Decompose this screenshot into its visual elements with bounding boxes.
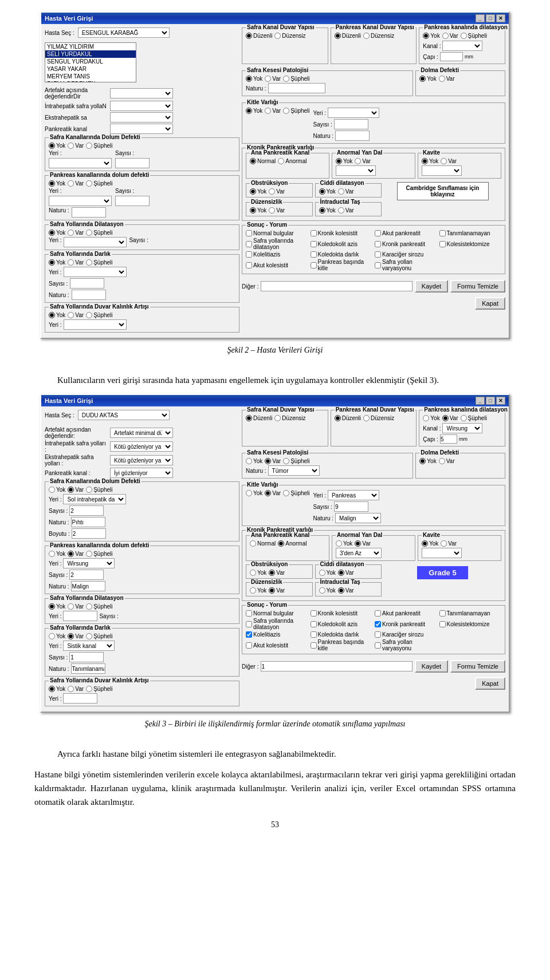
patient-item[interactable]: MERYEM TANIS bbox=[45, 73, 136, 80]
dolum-naturu-input2[interactable] bbox=[71, 517, 105, 527]
cambridge-button[interactable]: Cambridge Sınıflaması için tıklayınız bbox=[397, 182, 489, 200]
artefakt-select2[interactable]: Artefakt minimal düzeyde bbox=[110, 428, 173, 438]
normal-bulgular[interactable]: Normal bulgular bbox=[246, 230, 308, 236]
tanimlanamayin2[interactable]: Tanımlanamayan bbox=[439, 610, 502, 617]
dolum-boyutu-input2[interactable] bbox=[72, 528, 106, 539]
supheli-radio[interactable]: Şüpheli bbox=[86, 259, 112, 266]
kapat-button2[interactable]: Kapat bbox=[475, 677, 505, 690]
kavite-select2[interactable] bbox=[422, 548, 462, 558]
kaydet-button[interactable]: Kaydet bbox=[415, 280, 448, 293]
dolum-sayisi-input2[interactable] bbox=[69, 505, 104, 516]
kitle-naturu-select2[interactable]: Malign bbox=[335, 513, 381, 523]
supheli-radio[interactable]: Şüpheli bbox=[86, 312, 112, 318]
patient-item[interactable]: YILMAZ YILDIRIM bbox=[45, 43, 136, 50]
kolelitiazis-cb2[interactable]: Kolelitiazis bbox=[246, 631, 308, 638]
kolesistektomize2[interactable]: Kolesistektomize bbox=[439, 618, 502, 630]
kapat-button[interactable]: Kapat bbox=[475, 297, 505, 310]
karaciger-sirozu[interactable]: Karaciğer sirozu bbox=[375, 251, 437, 258]
diger-input[interactable] bbox=[261, 281, 412, 291]
kitle-yeri-select[interactable] bbox=[328, 108, 379, 118]
anormal-select2[interactable]: 3'den Az bbox=[336, 548, 382, 558]
formu-temizle-button2[interactable]: Formu Temizle bbox=[450, 660, 505, 673]
kitle-naturu-input[interactable] bbox=[335, 131, 370, 141]
akut-kolesistit[interactable]: Akut kolesistit bbox=[246, 259, 308, 271]
akut-kolesistit2[interactable]: Akut kolesistit bbox=[246, 639, 308, 651]
kanal-select2[interactable]: Wirsung bbox=[442, 423, 482, 433]
darlik-sayisi-input[interactable] bbox=[70, 278, 104, 289]
var-radio[interactable]: Var bbox=[68, 180, 84, 187]
darlik-yeri-select2[interactable]: Sistik kanal bbox=[63, 641, 115, 651]
pankreas-kitle2[interactable]: Pankreas başında kitle bbox=[311, 639, 373, 651]
akut-pankreatit2[interactable]: Akut pankreatit bbox=[375, 610, 437, 617]
koledoko[interactable]: Koledokolit azis bbox=[311, 238, 373, 250]
safra-dil-cb2[interactable]: Safra yollarında dilatasyon bbox=[246, 618, 308, 630]
pankreas-yeri-select[interactable] bbox=[49, 196, 112, 206]
dil-yeri-input2[interactable] bbox=[63, 611, 97, 621]
artefakt-select[interactable] bbox=[110, 88, 173, 98]
yok-radio[interactable]: Yok bbox=[49, 143, 65, 149]
naturu-input[interactable] bbox=[268, 83, 325, 93]
close-button[interactable]: ✕ bbox=[496, 14, 505, 22]
darlik-naturu-input2[interactable] bbox=[71, 663, 105, 674]
minimize-btn2[interactable]: _ bbox=[476, 397, 485, 405]
koledokta-darlik2[interactable]: Koledokta darlık bbox=[311, 631, 373, 638]
patient-item[interactable]: FATMA DEDEMEN bbox=[45, 80, 136, 82]
yok-radio[interactable]: Yok bbox=[49, 312, 65, 318]
supheli-radio[interactable]: Şüpheli bbox=[86, 180, 112, 187]
intra-select2[interactable]: Kötü gözleniyor ya da izlenmiyor bbox=[110, 441, 173, 452]
pankreas-sayisi-input[interactable] bbox=[115, 196, 150, 206]
var-radio[interactable]: Var bbox=[68, 312, 84, 318]
patient-item-selected[interactable]: SELİ YURDAKUL bbox=[45, 50, 136, 58]
pankreas-select[interactable] bbox=[110, 124, 173, 134]
pankreas-select2[interactable]: İyi gözleniyor bbox=[110, 468, 173, 478]
kitle-sayisi-input2[interactable] bbox=[334, 501, 368, 512]
pkd-sayisi-input2[interactable] bbox=[69, 570, 104, 580]
maximize-button[interactable]: □ bbox=[486, 14, 495, 22]
duvar-yeri-select[interactable] bbox=[64, 319, 127, 330]
darlik-yeri-select[interactable] bbox=[64, 267, 127, 277]
kronik-kolesistit2[interactable]: Kronik kolesistit bbox=[311, 610, 373, 617]
patients-listbox[interactable]: YILMAZ YILDIRIM SELİ YURDAKUL SENGUL YUR… bbox=[45, 42, 136, 82]
ekstra-select2[interactable]: Kötü gözleniyor ya da izlenmiyor bbox=[110, 455, 173, 465]
naturu-select2[interactable]: Tümor bbox=[268, 465, 320, 476]
dolum-yeri-select2[interactable]: Sol intrahepatik da bbox=[63, 494, 126, 504]
kolelitiazis-cb[interactable]: Kolelitiazis bbox=[246, 251, 308, 258]
supheli-radio[interactable]: Şüpheli bbox=[86, 143, 112, 149]
koledoko2[interactable]: Koledokolit azis bbox=[311, 618, 373, 630]
safra-varyasyon2[interactable]: Safra yollan varyasyonu bbox=[375, 639, 437, 651]
naturu-input[interactable] bbox=[72, 207, 106, 218]
safra-varyasyon[interactable]: Safra yollan varyasyonu bbox=[375, 259, 437, 271]
kronik-pankreatit-cb2[interactable]: Kronik pankreatit bbox=[375, 618, 437, 630]
var-radio[interactable]: Var bbox=[68, 230, 84, 236]
pkd-naturu-input2[interactable] bbox=[71, 581, 105, 591]
patient-item[interactable]: YASAR YAKAR bbox=[45, 65, 136, 73]
kitle-yeri-select2[interactable]: Pankreas bbox=[328, 490, 379, 500]
anormal-select[interactable] bbox=[336, 165, 376, 176]
kavite-select[interactable] bbox=[422, 165, 462, 176]
hasta-sec-select[interactable]: ESENGUL KARABAĞ YILMAZ YILDIRIM SELİ YUR… bbox=[78, 27, 170, 38]
dil-yeri-select[interactable] bbox=[64, 237, 127, 247]
formu-temizle-button[interactable]: Formu Temizle bbox=[450, 280, 505, 293]
koledokta-darlik[interactable]: Koledokta darlık bbox=[311, 251, 373, 258]
cap-input[interactable] bbox=[440, 52, 463, 61]
pankreas-kitle[interactable]: Pankreas başında kitle bbox=[311, 259, 373, 271]
duvar-yeri-input2[interactable] bbox=[63, 693, 97, 704]
hasta-sec-select2[interactable]: DUDU AKTAS bbox=[78, 410, 170, 420]
karaciger-sirozu2[interactable]: Karaciğer sirozu bbox=[375, 631, 437, 638]
maximize-btn2[interactable]: □ bbox=[486, 397, 495, 405]
darlik-sayisi-input2[interactable] bbox=[69, 652, 104, 662]
kronik-pankreatit-cb[interactable]: Kronik pankreatit bbox=[375, 238, 437, 250]
diger-input2[interactable] bbox=[261, 661, 412, 671]
yeri-select[interactable] bbox=[49, 158, 112, 168]
tanimlanamayin[interactable]: Tanımlanamayan bbox=[439, 230, 502, 236]
yok-radio[interactable]: Yok bbox=[49, 259, 65, 266]
kaydet-button2[interactable]: Kaydet bbox=[415, 660, 448, 673]
minimize-button[interactable]: _ bbox=[476, 14, 485, 22]
normal-bulgular2[interactable]: Normal bulgular bbox=[246, 610, 308, 617]
yok-radio[interactable]: Yok bbox=[49, 230, 65, 236]
kronik-kolesistit[interactable]: Kronik kolesistit bbox=[311, 230, 373, 236]
patient-item[interactable]: SENGUL YURDAKUL bbox=[45, 58, 136, 65]
intra-select[interactable] bbox=[110, 101, 173, 111]
var-radio[interactable]: Var bbox=[68, 143, 84, 149]
var-radio[interactable]: Var bbox=[68, 259, 84, 266]
